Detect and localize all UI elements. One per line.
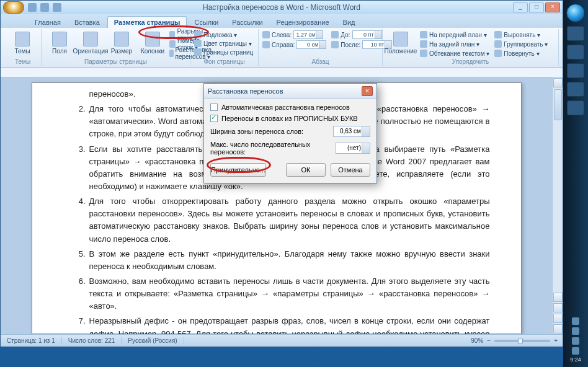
group-button[interactable]: Группировать ▾ [494, 40, 548, 48]
tray-icon[interactable] [572, 317, 579, 325]
title-bar: Настройка переносов в Word - Microsoft W… [1, 1, 563, 14]
tray-icon[interactable] [572, 337, 579, 345]
save-icon[interactable] [28, 3, 37, 12]
horizontal-ruler[interactable] [1, 68, 563, 77]
page-borders-button[interactable]: Границы страниц [194, 48, 254, 56]
max-consecutive-field[interactable]: (нет) [336, 143, 370, 154]
group-btn-label: Группировать ▾ [504, 41, 548, 48]
zoom-value[interactable]: 90% [471, 337, 483, 344]
scroll-up-button[interactable] [553, 78, 563, 87]
send-back-label: На задний план ▾ [429, 41, 479, 48]
max-consecutive-label: Макс. число последовательных переносов: [210, 141, 336, 156]
auto-hyphenation-row[interactable]: Автоматическая расстановка переносов [210, 104, 370, 111]
scroll-thumb[interactable] [554, 89, 562, 120]
indent-left-row: Слева:1,27 см [262, 30, 326, 39]
auto-hyphenation-checkbox[interactable] [210, 104, 218, 111]
browse-object-button[interactable] [553, 314, 563, 323]
caps-hyphenation-checkbox[interactable] [210, 115, 218, 122]
office-button[interactable] [3, 1, 24, 14]
dialog-title-bar[interactable]: Расстановка переносов × [204, 84, 376, 99]
indent-right-icon [262, 41, 270, 48]
system-tray: 9:24 [570, 317, 581, 367]
hyph-zone-label: Ширина зоны переноса слов: [210, 128, 303, 135]
size-icon [114, 32, 129, 46]
hyphenation-icon [169, 50, 174, 57]
minimize-button[interactable]: _ [513, 2, 528, 12]
page-color-icon [194, 40, 202, 47]
taskbar-item[interactable] [567, 45, 584, 60]
themes-button[interactable]: Темы [8, 30, 37, 55]
spacing-before-field[interactable]: 0 пт [352, 30, 382, 39]
margins-label: Поля [52, 48, 67, 55]
spacing-before-label: До: [341, 32, 350, 38]
ok-button[interactable]: ОК [286, 163, 326, 177]
status-language[interactable]: Русский (Россия) [122, 337, 184, 344]
status-bar: Страница: 1 из 1 Число слов: 221 Русский… [1, 334, 563, 347]
align-button[interactable]: Выровнять ▾ [494, 30, 548, 39]
close-button[interactable]: × [545, 2, 560, 12]
hyph-zone-field[interactable]: 0,63 см [333, 126, 370, 137]
indent-right-field[interactable]: 0 см [296, 40, 326, 49]
tab-review[interactable]: Рецензирование [270, 17, 336, 28]
taskbar-item[interactable] [567, 100, 584, 115]
status-word-count[interactable]: Число слов: 221 [62, 337, 122, 344]
position-label: Положение [385, 48, 417, 55]
ribbon-tabs: Главная Вставка Разметка страницы Ссылки… [1, 14, 563, 28]
zoom-out-button[interactable]: − [487, 337, 491, 344]
taskbar-item[interactable] [567, 63, 584, 78]
indent-right-row: Справа:0 см [262, 40, 326, 49]
window-title: Настройка переносов в Word - Microsoft W… [203, 3, 360, 12]
zoom-slider-thumb[interactable] [518, 338, 523, 344]
status-page[interactable]: Страница: 1 из 1 [1, 337, 62, 344]
taskbar-item[interactable] [567, 26, 584, 41]
send-back-button[interactable]: На задний план ▾ [420, 40, 489, 48]
align-label: Выровнять ▾ [504, 32, 540, 38]
position-icon [393, 32, 408, 46]
text-wrap-button[interactable]: Обтекание текстом ▾ [420, 49, 489, 58]
indent-left-field[interactable]: 1,27 см [293, 30, 323, 39]
tray-icon[interactable] [572, 327, 579, 335]
vertical-scrollbar[interactable] [552, 77, 563, 334]
tray-icon[interactable] [572, 347, 579, 355]
zoom-slider[interactable] [494, 340, 550, 342]
text-wrap-label: Обтекание текстом ▾ [429, 50, 489, 57]
caps-hyphenation-row[interactable]: Переносы в словах из ПРОПИСНЫХ БУКВ [210, 115, 370, 122]
themes-label: Темы [14, 48, 30, 55]
taskbar-item[interactable] [567, 82, 584, 97]
windows-taskbar: 9:24 [563, 0, 588, 367]
redo-icon[interactable] [53, 3, 61, 12]
tab-home[interactable]: Главная [29, 17, 67, 28]
force-hyphenation-button[interactable]: Принудительно... [210, 163, 266, 177]
tab-page-layout[interactable]: Разметка страницы [107, 16, 187, 28]
bring-front-button[interactable]: На передний план ▾ [420, 30, 489, 39]
position-button[interactable]: Положение [386, 30, 415, 58]
rotate-button[interactable]: Повернуть ▾ [494, 49, 548, 58]
bring-front-icon [420, 31, 427, 38]
list-item: Неразрывный дефис - он предотвращает раз… [72, 315, 490, 334]
scroll-down-button[interactable] [553, 293, 563, 302]
undo-icon[interactable] [40, 3, 49, 12]
spacing-before-icon [331, 31, 339, 38]
tab-view[interactable]: Вид [337, 17, 362, 28]
list-item: В этом же разделе есть пункт «принудител… [72, 248, 490, 273]
group-paragraph: Абзац [259, 58, 382, 65]
cancel-button[interactable]: Отмена [331, 163, 370, 177]
taskbar-clock[interactable]: 9:24 [570, 357, 581, 363]
maximize-button[interactable]: □ [529, 2, 544, 12]
indent-left-icon [262, 31, 270, 38]
watermark-label: Подложка ▾ [203, 32, 237, 38]
orientation-icon [83, 32, 98, 46]
prev-page-button[interactable] [553, 303, 563, 312]
next-page-button[interactable] [553, 324, 563, 334]
list-item: Для того чтобы откорректировать работу д… [72, 195, 490, 245]
page-color-label: Цвет страницы ▾ [203, 40, 252, 47]
dialog-close-button[interactable]: × [362, 86, 373, 96]
start-button[interactable] [566, 4, 585, 22]
page-color-button[interactable]: Цвет страницы ▾ [194, 39, 254, 48]
tab-insert[interactable]: Вставка [68, 17, 106, 28]
tab-mailings[interactable]: Рассылки [226, 17, 269, 28]
watermark-button[interactable]: Подложка ▾ [194, 30, 254, 39]
align-icon [494, 31, 502, 38]
tab-references[interactable]: Ссылки [188, 17, 225, 28]
zoom-in-button[interactable]: + [554, 337, 558, 344]
